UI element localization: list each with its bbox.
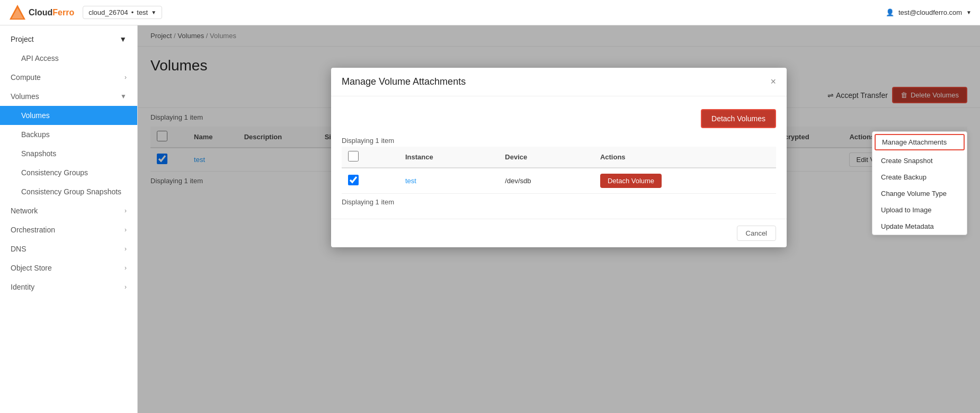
sidebar-item-api-access[interactable]: API Access — [0, 49, 137, 68]
sidebar-project-label: Project — [11, 35, 34, 43]
sidebar-item-label: Object Store — [11, 264, 52, 272]
top-nav-left: CloudFerro cloud_26704 • test ▼ — [8, 4, 162, 22]
sidebar-item-label: DNS — [11, 245, 26, 253]
chevron-right-icon: › — [124, 74, 127, 81]
modal-col-checkbox — [342, 147, 399, 168]
cloud-id: cloud_26704 — [88, 8, 128, 16]
sidebar-item-label: Network — [11, 206, 38, 215]
chevron-right-icon: › — [124, 283, 127, 291]
modal-overlay: Manage Volume Attachments × Detach Volum… — [138, 25, 980, 413]
modal-col-device: Device — [498, 147, 594, 168]
manage-attachments-modal: Manage Volume Attachments × Detach Volum… — [331, 68, 787, 247]
top-nav-right: 👤 test@cloudferro.com ▼ — [886, 8, 972, 16]
sidebar-item-label: Backups — [21, 130, 50, 139]
sidebar-project-section[interactable]: Project ▼ — [0, 30, 137, 49]
sidebar-item-identity[interactable]: Identity › — [0, 277, 137, 297]
sidebar-item-label: Compute — [11, 73, 41, 82]
sidebar-item-label: Consistency Groups — [21, 168, 88, 177]
modal-row-action: Detach Volume — [594, 168, 776, 194]
modal-attachments-table: Instance Device Actions test /dev/sdb — [342, 147, 776, 194]
sidebar-item-consistency-group-snapshots[interactable]: Consistency Group Snapshots — [0, 182, 137, 201]
logo-text: CloudFerro — [29, 8, 74, 17]
modal-table-row: test /dev/sdb Detach Volume — [342, 168, 776, 194]
main-layout: Project ▼ API Access Compute › Volumes ▼… — [0, 25, 980, 413]
sidebar-item-label: Snapshots — [21, 149, 56, 158]
sidebar: Project ▼ API Access Compute › Volumes ▼… — [0, 25, 138, 413]
sidebar-item-label: Identity — [11, 283, 34, 291]
sidebar-item-compute[interactable]: Compute › — [0, 68, 137, 87]
chevron-down-icon: ▼ — [120, 93, 127, 100]
logo: CloudFerro — [8, 4, 74, 22]
dropdown-item-create-backup[interactable]: Create Backup — [872, 169, 967, 185]
instance-link[interactable]: test — [405, 177, 416, 185]
modal-row-instance: test — [399, 168, 498, 194]
modal-footer: Cancel — [331, 219, 787, 247]
project-name: test — [137, 8, 148, 16]
chevron-right-icon: › — [124, 226, 127, 234]
modal-body: Detach Volumes Displaying 1 item Instanc… — [331, 96, 787, 219]
modal-close-button[interactable]: × — [770, 76, 776, 87]
sidebar-item-label: Orchestration — [11, 226, 55, 234]
chevron-right-icon: › — [124, 207, 127, 214]
chevron-right-icon: › — [124, 245, 127, 253]
sidebar-item-label: Consistency Group Snapshots — [21, 187, 121, 196]
dropdown-item-change-volume-type[interactable]: Change Volume Type — [872, 185, 967, 202]
sidebar-item-volumes-section[interactable]: Volumes ▼ — [0, 87, 137, 106]
sidebar-item-orchestration[interactable]: Orchestration › — [0, 220, 137, 239]
separator: • — [131, 8, 134, 16]
dropdown-item-create-snapshot[interactable]: Create Snapshot — [872, 152, 967, 169]
detach-volume-button[interactable]: Detach Volume — [600, 174, 662, 188]
sidebar-item-label: Volumes — [21, 111, 50, 120]
cloud-project-selector[interactable]: cloud_26704 • test ▼ — [83, 6, 162, 19]
modal-table-header: Instance Device Actions — [342, 147, 776, 168]
user-email: test@cloudferro.com — [898, 8, 962, 16]
chevron-right-icon: › — [124, 264, 127, 272]
modal-toolbar: Detach Volumes — [342, 105, 776, 134]
modal-row-device: /dev/sdb — [498, 168, 594, 194]
dropdown-item-upload-to-image[interactable]: Upload to Image — [872, 202, 967, 218]
logo-icon — [8, 4, 26, 22]
modal-row-checkbox — [342, 168, 399, 194]
top-nav: CloudFerro cloud_26704 • test ▼ 👤 test@c… — [0, 0, 980, 25]
modal-display-count-bottom: Displaying 1 item — [342, 194, 776, 210]
sidebar-item-volumes[interactable]: Volumes — [0, 106, 137, 125]
actions-dropdown-menu: Manage Attachments Create Snapshot Creat… — [872, 131, 967, 235]
sidebar-item-network[interactable]: Network › — [0, 201, 137, 220]
dropdown-item-update-metadata[interactable]: Update Metadata — [872, 218, 967, 235]
sidebar-item-dns[interactable]: DNS › — [0, 239, 137, 258]
modal-display-count-top: Displaying 1 item — [342, 134, 776, 147]
user-chevron-icon[interactable]: ▼ — [966, 10, 972, 15]
detach-volumes-button[interactable]: Detach Volumes — [701, 109, 776, 128]
chevron-down-icon: ▼ — [119, 35, 127, 43]
modal-cancel-button[interactable]: Cancel — [737, 226, 776, 241]
sidebar-item-object-store[interactable]: Object Store › — [0, 258, 137, 277]
sidebar-item-consistency-groups[interactable]: Consistency Groups — [0, 163, 137, 182]
modal-col-actions: Actions — [594, 147, 776, 168]
content-area: Project / Volumes / Volumes Volumes ⇌ Ac… — [138, 25, 980, 413]
sidebar-item-snapshots[interactable]: Snapshots — [0, 144, 137, 163]
sidebar-item-label: Volumes — [11, 92, 39, 101]
modal-row-select[interactable] — [348, 175, 359, 185]
modal-title: Manage Volume Attachments — [342, 76, 466, 87]
modal-col-instance: Instance — [399, 147, 498, 168]
user-icon: 👤 — [886, 8, 894, 16]
detach-volumes-label: Detach Volumes — [711, 114, 765, 123]
sidebar-item-backups[interactable]: Backups — [0, 125, 137, 144]
modal-select-all[interactable] — [348, 151, 359, 161]
sidebar-item-label: API Access — [21, 54, 59, 62]
dropdown-item-manage-attachments[interactable]: Manage Attachments — [875, 134, 965, 150]
modal-header: Manage Volume Attachments × — [331, 68, 787, 96]
chevron-down-icon: ▼ — [151, 10, 156, 15]
